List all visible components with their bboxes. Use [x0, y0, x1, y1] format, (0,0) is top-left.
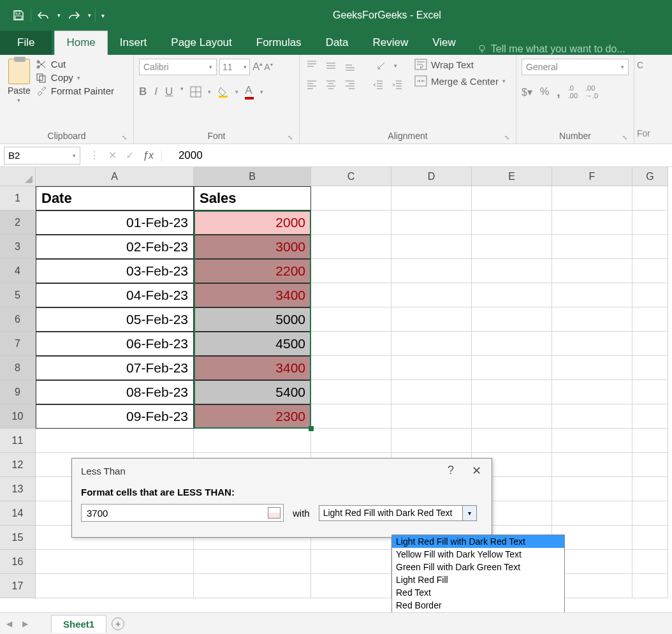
- increase-font-icon[interactable]: A▴: [252, 61, 263, 73]
- cell[interactable]: [472, 332, 552, 356]
- tab-view[interactable]: View: [420, 31, 468, 55]
- col-header-c[interactable]: C: [311, 167, 391, 186]
- row-header[interactable]: 14: [0, 501, 36, 526]
- cell[interactable]: 07-Feb-23: [36, 356, 194, 380]
- cell[interactable]: [632, 453, 668, 477]
- cell[interactable]: [36, 574, 194, 598]
- col-header-f[interactable]: F: [552, 167, 632, 186]
- row-header[interactable]: 7: [0, 332, 36, 356]
- italic-button[interactable]: I: [154, 85, 157, 98]
- cell[interactable]: [391, 429, 472, 453]
- cell[interactable]: [472, 259, 552, 283]
- row-header[interactable]: 17: [0, 574, 36, 598]
- cell[interactable]: [311, 210, 391, 235]
- cell[interactable]: [632, 186, 668, 210]
- bold-button[interactable]: B: [139, 85, 147, 98]
- copy-button[interactable]: Copy ▾: [36, 72, 114, 83]
- cell[interactable]: [632, 526, 668, 550]
- close-icon[interactable]: ✕: [472, 464, 481, 478]
- cell[interactable]: [391, 332, 472, 356]
- col-header-g[interactable]: G: [632, 167, 668, 186]
- cell[interactable]: [391, 210, 472, 235]
- row-header[interactable]: 5: [0, 283, 36, 307]
- cell[interactable]: 4500: [194, 332, 311, 356]
- cell[interactable]: [311, 307, 391, 332]
- row-header[interactable]: 16: [0, 550, 36, 574]
- cell[interactable]: [552, 477, 632, 501]
- align-middle-icon[interactable]: [324, 59, 338, 73]
- cell[interactable]: 08-Feb-23: [36, 380, 194, 404]
- cell[interactable]: [632, 574, 668, 598]
- cell[interactable]: 3000: [194, 235, 311, 259]
- cell[interactable]: 03-Feb-23: [36, 259, 194, 283]
- tab-file[interactable]: File: [0, 31, 52, 55]
- cell[interactable]: [391, 235, 472, 259]
- fill-color-button[interactable]: [217, 86, 229, 98]
- fill-handle[interactable]: [309, 426, 314, 431]
- decrease-decimal-icon[interactable]: .00→.0: [585, 84, 598, 100]
- cancel-icon[interactable]: ✕: [108, 149, 117, 161]
- save-icon[interactable]: [8, 5, 29, 26]
- sheet-tab[interactable]: Sheet1: [51, 615, 106, 633]
- row-header[interactable]: 8: [0, 356, 36, 380]
- row-header[interactable]: 10: [0, 404, 36, 429]
- tell-me-search[interactable]: Tell me what you want to do...: [468, 43, 625, 55]
- tab-review[interactable]: Review: [361, 31, 421, 55]
- cell[interactable]: [391, 380, 472, 404]
- cell-a1[interactable]: Date: [36, 186, 194, 210]
- font-size-select[interactable]: 11▾: [219, 59, 250, 75]
- cell[interactable]: [632, 210, 668, 235]
- cell[interactable]: [36, 429, 194, 453]
- underline-button[interactable]: U: [165, 85, 173, 98]
- align-bottom-icon[interactable]: [343, 59, 357, 73]
- range-selector-icon[interactable]: [268, 507, 281, 519]
- cell[interactable]: [311, 574, 391, 598]
- cell[interactable]: [391, 356, 472, 380]
- tab-home[interactable]: Home: [54, 31, 107, 55]
- sheet-prev-icon[interactable]: ◀: [6, 619, 12, 628]
- cell[interactable]: [311, 356, 391, 380]
- tab-insert[interactable]: Insert: [108, 31, 159, 55]
- cell[interactable]: 5000: [194, 307, 311, 332]
- cell[interactable]: [472, 429, 552, 453]
- cell[interactable]: [311, 283, 391, 307]
- cell[interactable]: [632, 356, 668, 380]
- accounting-format-icon[interactable]: $▾: [522, 86, 532, 98]
- cell[interactable]: [552, 210, 632, 235]
- cell[interactable]: 5400: [194, 380, 311, 404]
- name-box[interactable]: B2▾: [4, 147, 80, 165]
- cell[interactable]: [472, 356, 552, 380]
- row-header[interactable]: 9: [0, 380, 36, 404]
- cell[interactable]: [311, 259, 391, 283]
- dropdown-option[interactable]: Red Text: [392, 586, 564, 599]
- cell[interactable]: 05-Feb-23: [36, 307, 194, 332]
- threshold-input[interactable]: 3700: [81, 504, 284, 522]
- cell[interactable]: [311, 332, 391, 356]
- cell[interactable]: [552, 332, 632, 356]
- cell[interactable]: 01-Feb-23: [36, 210, 194, 235]
- increase-decimal-icon[interactable]: .0.00: [568, 84, 578, 100]
- decrease-indent-icon[interactable]: [371, 78, 385, 92]
- cell[interactable]: [472, 210, 552, 235]
- format-painter-button[interactable]: Format Painter: [36, 85, 114, 96]
- cell[interactable]: [552, 429, 632, 453]
- row-header[interactable]: 6: [0, 307, 36, 332]
- cell[interactable]: 04-Feb-23: [36, 283, 194, 307]
- row-header[interactable]: 1: [0, 186, 36, 210]
- border-button[interactable]: [190, 86, 201, 98]
- cell[interactable]: 09-Feb-23: [36, 404, 194, 429]
- cell[interactable]: [472, 186, 552, 210]
- cell[interactable]: [391, 259, 472, 283]
- cell[interactable]: [552, 283, 632, 307]
- cell[interactable]: 2200: [194, 259, 311, 283]
- dots-icon[interactable]: ⋮: [89, 149, 99, 161]
- col-header-b[interactable]: B: [194, 167, 311, 186]
- cell[interactable]: [391, 186, 472, 210]
- cell[interactable]: [472, 307, 552, 332]
- row-header[interactable]: 11: [0, 429, 36, 453]
- select-all-corner[interactable]: [0, 167, 36, 186]
- dropdown-option[interactable]: Light Red Fill with Dark Red Text: [392, 535, 564, 548]
- help-icon[interactable]: ?: [448, 464, 454, 478]
- redo-dropdown-icon[interactable]: ▾: [85, 5, 94, 26]
- font-name-select[interactable]: Calibri▾: [139, 59, 217, 75]
